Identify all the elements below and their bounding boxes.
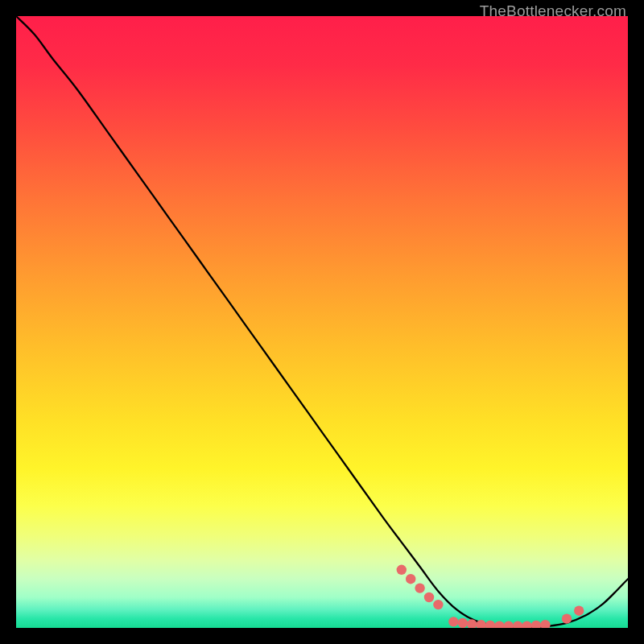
curve-line (16, 16, 628, 628)
curve-marker (448, 617, 458, 626)
curve-marker (458, 618, 468, 628)
curve-marker (531, 621, 541, 628)
curve-marker (504, 621, 514, 629)
curve-marker (513, 621, 522, 629)
curve-marker (406, 574, 415, 584)
chart-svg (16, 16, 628, 628)
chart-container: TheBottlenecker.com (0, 0, 644, 644)
curve-marker (574, 606, 584, 616)
curve-marker (424, 592, 434, 602)
curve-marker (494, 621, 504, 629)
curve-marker (540, 620, 550, 628)
curve-marker (397, 565, 407, 575)
curve-marker (433, 600, 443, 609)
curve-marker (485, 621, 495, 628)
curve-marker (415, 583, 424, 592)
plot-area (16, 16, 628, 628)
curve-marker (522, 621, 531, 629)
curve-marker (562, 613, 572, 623)
